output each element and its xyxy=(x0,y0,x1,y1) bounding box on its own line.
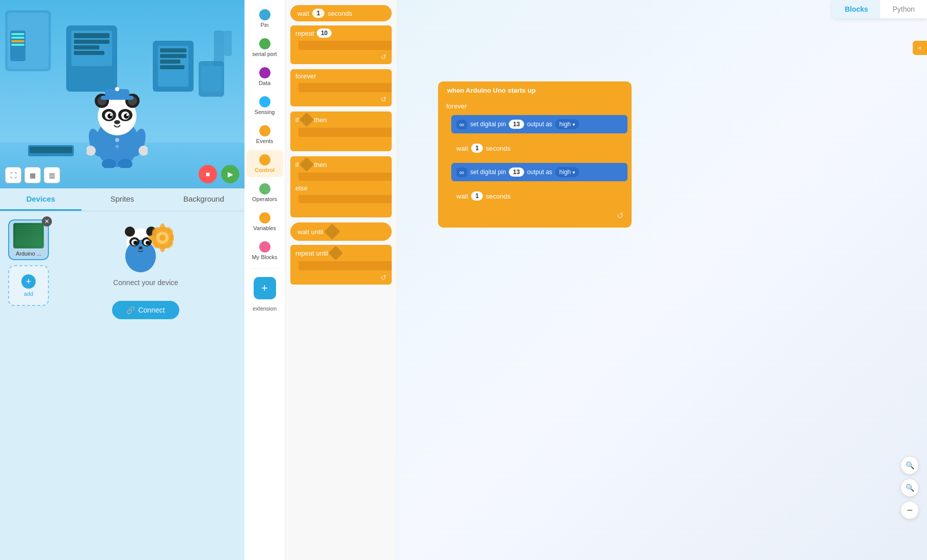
stop-button[interactable]: ■ xyxy=(199,165,217,183)
infinity-icon-2: ∞ xyxy=(456,167,467,177)
arduino-image xyxy=(13,223,44,248)
wait-suffix-2: seconds xyxy=(486,192,510,200)
category-my-blocks[interactable]: My Blocks xyxy=(247,237,283,264)
divider xyxy=(250,268,280,269)
category-pin[interactable]: Pin xyxy=(247,5,283,32)
zoom-in-btn[interactable]: 🔍 xyxy=(901,456,919,474)
zoom-out-btn[interactable]: 🔍 xyxy=(901,479,919,497)
category-control[interactable]: Control xyxy=(247,150,283,177)
operators-dot xyxy=(259,183,270,194)
connect-button[interactable]: 🔗 Connect xyxy=(112,301,179,319)
data-dot xyxy=(259,67,270,78)
category-variables[interactable]: Variables xyxy=(247,208,283,235)
tab-devices[interactable]: Devices xyxy=(0,188,81,211)
svg-point-68 xyxy=(160,244,165,252)
add-label: add xyxy=(24,291,33,297)
blocks-panel: wait 1 seconds repeat 10 ↺ forever ↺ if … xyxy=(285,0,397,560)
block-repeat[interactable]: repeat 10 ↺ xyxy=(290,25,392,64)
infinity-icon-1: ∞ xyxy=(456,120,467,129)
connect-panda-illustration xyxy=(118,221,174,272)
wait-label-2: wait xyxy=(456,192,468,200)
extension-button[interactable]: + xyxy=(254,277,276,299)
else-label: else xyxy=(295,184,308,192)
category-events-label: Events xyxy=(256,138,274,144)
stage-top-controls: ⛶ ▦ ▥ xyxy=(5,167,60,183)
svg-point-40 xyxy=(126,114,128,116)
set-digital-pin-2[interactable]: ∞ set digital pin 13 output as high xyxy=(451,163,628,181)
zoom-minus-btn[interactable]: − xyxy=(901,501,919,519)
category-sensing-label: Sensing xyxy=(255,109,275,115)
connect-btn-label: Connect xyxy=(138,306,165,314)
block-if-then-else[interactable]: if then else xyxy=(290,156,392,217)
wait-suffix-1: seconds xyxy=(486,145,510,152)
left-panel: ⛶ ▦ ▥ ■ ▶ Devices Sprites Background ✕ A… xyxy=(0,0,244,560)
workspace-tabs: Blocks Python xyxy=(832,0,927,18)
play-button[interactable]: ▶ xyxy=(221,165,239,183)
panda-character xyxy=(87,87,148,168)
trigger-block[interactable]: when Arduino Uno starts up xyxy=(438,81,632,99)
trigger-label: when Arduino Uno starts up xyxy=(447,87,536,94)
svg-rect-11 xyxy=(74,33,110,38)
stage-controls: ■ ▶ xyxy=(199,165,239,183)
tab-python[interactable]: Python xyxy=(880,0,927,18)
output-label-1: output as xyxy=(527,121,552,128)
category-operators[interactable]: Operators xyxy=(247,179,283,206)
zoom-controls: 🔍 🔍 − xyxy=(901,456,919,519)
if-label-2: if xyxy=(295,161,299,169)
tab-blocks[interactable]: Blocks xyxy=(832,0,880,18)
grid-view-btn[interactable]: ▦ xyxy=(24,167,41,183)
svg-point-39 xyxy=(110,114,112,116)
block-repeat-until[interactable]: repeat until ↺ xyxy=(290,245,392,285)
my-blocks-dot xyxy=(259,241,270,253)
block-wait-until[interactable]: wait until xyxy=(290,222,392,241)
high-dropdown-1[interactable]: high xyxy=(555,119,579,129)
category-serial-port[interactable]: serial port xyxy=(247,34,283,61)
svg-rect-6 xyxy=(11,37,24,39)
devices-right: Connect your device 🔗 Connect xyxy=(55,219,236,321)
svg-rect-14 xyxy=(74,51,104,55)
wait-block-2[interactable]: wait 1 seconds xyxy=(451,187,628,205)
category-events[interactable]: Events xyxy=(247,121,283,148)
high-dropdown-2[interactable]: high xyxy=(555,167,579,177)
block-if-then[interactable]: if then xyxy=(290,111,392,151)
svg-rect-24 xyxy=(201,66,222,92)
forever-notch: ↺ xyxy=(380,95,387,103)
svg-point-50 xyxy=(116,145,119,148)
set-digital-label-2: set digital pin xyxy=(470,169,506,176)
then-label-2: then xyxy=(314,161,327,169)
category-data[interactable]: Data xyxy=(247,63,283,90)
block-wait[interactable]: wait 1 seconds xyxy=(290,5,392,21)
add-icon: + xyxy=(21,274,36,289)
compact-view-btn[interactable]: ▥ xyxy=(44,167,60,183)
repeat-label: repeat xyxy=(295,30,314,37)
category-data-label: Data xyxy=(259,80,270,86)
device-add-btn[interactable]: + add xyxy=(8,265,49,306)
svg-rect-25 xyxy=(214,31,224,66)
pin-value-1: 13 xyxy=(509,120,524,129)
svg-rect-7 xyxy=(11,40,24,42)
wait-until-label: wait until xyxy=(297,228,323,236)
repeat-until-diamond xyxy=(329,246,343,260)
repeat-until-notch: ↺ xyxy=(380,273,387,282)
extension-label: extension xyxy=(253,305,277,312)
devices-content: ✕ Arduino ... + add xyxy=(0,211,244,560)
wait-block-1[interactable]: wait 1 seconds xyxy=(451,139,628,157)
device-label: Arduino ... xyxy=(16,250,41,257)
set-digital-pin-1[interactable]: ∞ set digital pin 13 output as high xyxy=(451,115,628,133)
tab-sprites[interactable]: Sprites xyxy=(81,188,163,211)
category-sensing[interactable]: Sensing xyxy=(247,92,283,119)
sidebar-toggle[interactable]: « xyxy=(913,41,927,55)
events-dot xyxy=(259,125,270,136)
svg-rect-18 xyxy=(160,54,186,58)
repeat-notch: ↺ xyxy=(380,53,387,61)
wait-value-1: 1 xyxy=(471,144,483,153)
sensing-dot xyxy=(259,96,270,107)
device-arduino[interactable]: ✕ Arduino ... xyxy=(8,219,49,260)
forever-outer-block[interactable]: forever ∞ set digital pin 13 output as h… xyxy=(438,99,632,228)
program-area: when Arduino Uno starts up forever ∞ set… xyxy=(438,81,632,228)
program-block: when Arduino Uno starts up forever ∞ set… xyxy=(438,81,632,228)
category-operators-label: Operators xyxy=(252,196,277,202)
fullscreen-btn[interactable]: ⛶ xyxy=(5,167,21,183)
tab-background[interactable]: Background xyxy=(163,188,244,211)
block-forever[interactable]: forever ↺ xyxy=(290,69,392,106)
